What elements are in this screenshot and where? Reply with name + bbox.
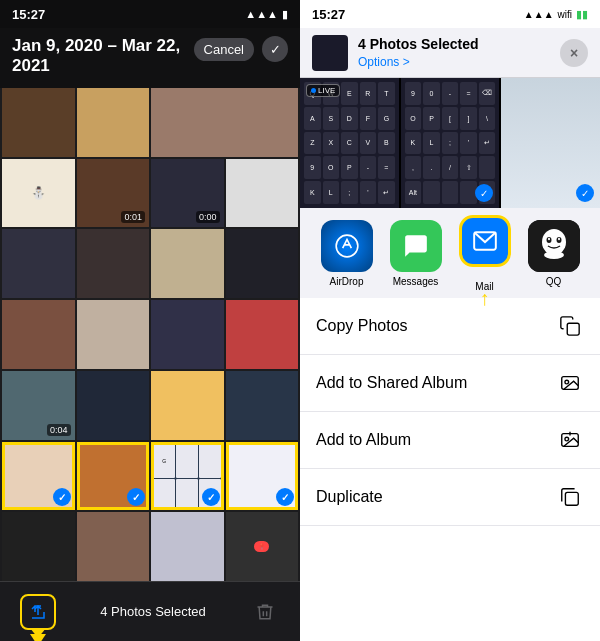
app-messages[interactable]: Messages <box>390 220 442 287</box>
preview-check-3: ✓ <box>576 184 594 202</box>
photo-preview-strip: QWERT ASDFG ZXCVB 9OP-= KL;'↵ LIVE 90-=⌫… <box>300 78 600 208</box>
wifi-icon: ▲▲▲ <box>245 8 278 20</box>
svg-rect-14 <box>565 492 578 505</box>
selected-count-label: 4 Photos Selected <box>100 604 206 619</box>
grid-cell-selected[interactable] <box>226 442 299 511</box>
right-status-icons: ▲▲▲ wifi ▮▮ <box>524 8 588 21</box>
wifi-icon: wifi <box>558 9 572 20</box>
grid-cell[interactable] <box>226 159 299 228</box>
svg-point-5 <box>548 237 550 239</box>
right-panel: 15:27 ▲▲▲ wifi ▮▮ 4 Photos Selected Opti… <box>300 0 600 641</box>
grid-cell-selected[interactable] <box>77 442 150 511</box>
share-options-link[interactable]: Options > <box>358 55 410 69</box>
right-status-time: 15:27 <box>312 7 345 22</box>
grid-cell[interactable] <box>151 229 224 298</box>
preview-photo-2[interactable]: 90-=⌫ OP[]\ KL;'↵ ,./⇧ Alt ✓ <box>401 78 500 208</box>
grid-cell[interactable] <box>151 371 224 440</box>
mail-icon <box>459 215 511 267</box>
qq-icon <box>528 220 580 272</box>
messages-label: Messages <box>393 276 439 287</box>
grid-cell[interactable] <box>77 371 150 440</box>
grid-cell[interactable] <box>226 229 299 298</box>
left-header-actions: Cancel ✓ <box>194 36 288 62</box>
share-button[interactable] <box>20 594 56 630</box>
airdrop-label: AirDrop <box>330 276 364 287</box>
arrow-up-indicator: ↑ <box>480 288 490 308</box>
app-qq[interactable]: QQ <box>528 220 580 287</box>
action-duplicate[interactable]: Duplicate <box>300 469 600 526</box>
delete-button[interactable] <box>250 597 280 627</box>
grid-cell[interactable] <box>151 88 298 157</box>
grid-cell[interactable]: 0:04 <box>2 371 75 440</box>
grid-cell[interactable]: ⛄ <box>2 159 75 228</box>
app-row: AirDrop Messages ↑ Mail <box>300 208 600 298</box>
left-bottom-bar: 4 Photos Selected <box>0 581 300 641</box>
left-status-icons: ▲▲▲ ▮ <box>245 8 288 21</box>
app-mail[interactable]: ↑ Mail <box>459 215 511 292</box>
action-add-shared-album[interactable]: Add to Shared Album <box>300 355 600 412</box>
share-sheet-title: 4 Photos Selected <box>358 36 560 52</box>
share-title-block: 4 Photos Selected Options > <box>358 36 560 70</box>
battery-icon: ▮▮ <box>576 8 588 21</box>
grid-cell[interactable] <box>151 300 224 369</box>
svg-point-10 <box>565 380 569 384</box>
preview-photo-1[interactable]: QWERT ASDFG ZXCVB 9OP-= KL;'↵ LIVE <box>300 78 399 208</box>
copy-photos-label: Copy Photos <box>316 317 408 335</box>
grid-cell[interactable] <box>2 300 75 369</box>
live-label: LIVE <box>318 86 335 95</box>
signal-icon: ▲▲▲ <box>524 9 554 20</box>
grid-cell[interactable]: 📍 <box>226 512 299 581</box>
add-to-shared-album-label: Add to Shared Album <box>316 374 467 392</box>
add-to-album-label: Add to Album <box>316 431 411 449</box>
app-airdrop[interactable]: AirDrop <box>321 220 373 287</box>
checkmark-button[interactable]: ✓ <box>262 36 288 62</box>
share-icon <box>29 603 47 621</box>
grid-cell[interactable] <box>77 229 150 298</box>
qq-label: QQ <box>546 276 562 287</box>
grid-cell[interactable] <box>2 512 75 581</box>
action-list: Copy Photos Add to Shared Album Add to A… <box>300 298 600 641</box>
grid-cell[interactable] <box>77 88 150 157</box>
album-icon <box>556 426 584 454</box>
trash-icon <box>255 602 275 622</box>
preview-photo-3[interactable]: ✓ <box>501 78 600 208</box>
grid-cell[interactable] <box>2 229 75 298</box>
left-status-bar: 15:27 ▲▲▲ ▮ <box>0 0 300 28</box>
copy-icon <box>556 312 584 340</box>
svg-rect-8 <box>567 323 579 335</box>
share-thumbnail <box>312 35 348 71</box>
photo-grid: ⛄ 0:01 0:00 <box>0 88 300 581</box>
grid-cell[interactable] <box>2 88 75 157</box>
action-copy-photos[interactable]: Copy Photos <box>300 298 600 355</box>
share-sheet-header: 4 Photos Selected Options > × <box>300 28 600 78</box>
grid-cell[interactable]: 0:00 <box>151 159 224 228</box>
airdrop-icon <box>321 220 373 272</box>
cancel-button[interactable]: Cancel <box>194 38 254 61</box>
grid-cell-selected[interactable] <box>2 442 75 511</box>
duplicate-label: Duplicate <box>316 488 383 506</box>
duplicate-icon <box>556 483 584 511</box>
left-panel: 15:27 ▲▲▲ ▮ Jan 9, 2020 – Mar 22, 2021 C… <box>0 0 300 641</box>
grid-cell[interactable] <box>77 512 150 581</box>
svg-point-6 <box>558 237 560 239</box>
shared-album-icon <box>556 369 584 397</box>
svg-point-12 <box>565 437 569 441</box>
right-status-bar: 15:27 ▲▲▲ wifi ▮▮ <box>300 0 600 28</box>
grid-cell[interactable] <box>226 371 299 440</box>
grid-cell[interactable] <box>77 300 150 369</box>
grid-cell[interactable] <box>151 512 224 581</box>
live-badge: LIVE <box>306 84 340 97</box>
messages-icon <box>390 220 442 272</box>
battery-icon: ▮ <box>282 8 288 21</box>
left-header: Jan 9, 2020 – Mar 22, 2021 Cancel ✓ <box>0 28 300 88</box>
action-add-to-album[interactable]: Add to Album <box>300 412 600 469</box>
close-share-sheet-button[interactable]: × <box>560 39 588 67</box>
grid-cell-selected[interactable]: G <box>151 442 224 511</box>
grid-cell[interactable]: 0:01 <box>77 159 150 228</box>
left-status-time: 15:27 <box>12 7 45 22</box>
grid-cell[interactable] <box>226 300 299 369</box>
svg-point-7 <box>544 251 564 259</box>
date-range: Jan 9, 2020 – Mar 22, 2021 <box>12 36 194 77</box>
